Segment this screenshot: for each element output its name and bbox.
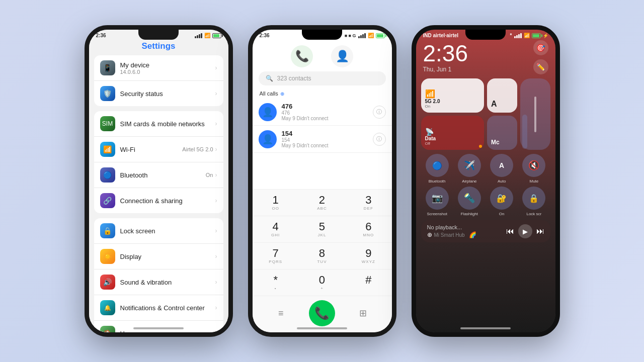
settings-item-sim[interactable]: SIM SIM cards & mobile networks › bbox=[94, 111, 223, 137]
cc-flashlight-btn[interactable]: 🔦 Flashlight bbox=[458, 187, 481, 216]
cc-edit-icon[interactable]: ✏️ bbox=[533, 59, 548, 74]
key-6[interactable]: 6MNO bbox=[345, 216, 391, 243]
cc-wifi-tile[interactable]: 📶 5G 2.0 On bbox=[421, 78, 485, 113]
cc-auto-brightness-tile[interactable]: A bbox=[487, 78, 517, 113]
key-5[interactable]: 5JKL bbox=[299, 216, 345, 243]
settings-item-notifications[interactable]: 🔔 Notifications & Control center › bbox=[94, 295, 223, 321]
settings-item-bluetooth[interactable]: 🔵 Bluetooth On › bbox=[94, 162, 223, 188]
settings-item-display[interactable]: ☀️ Display › bbox=[94, 244, 223, 269]
contacts-tab-icon[interactable]: 👤 bbox=[331, 45, 353, 67]
statusbar-right-3: * 📶 ⚡ bbox=[510, 33, 548, 38]
mydevice-icon: 📱 bbox=[100, 60, 115, 75]
settings-item-homescreen[interactable]: 🏠 Home screen › bbox=[94, 321, 223, 332]
cc-mc-tile[interactable]: Mc bbox=[487, 116, 517, 150]
key-star[interactable]: *• bbox=[253, 269, 299, 296]
calls-header-label: All calls bbox=[260, 90, 278, 97]
cc-prev-btn[interactable]: ⏮ bbox=[506, 227, 514, 236]
cc-mobile-data-tile[interactable]: 📡 Data Off bbox=[421, 116, 485, 150]
key-7[interactable]: 7PQRS bbox=[253, 243, 299, 269]
cc-mute-btn[interactable]: 🔇 Mute bbox=[522, 154, 545, 184]
key-8[interactable]: 8TUV bbox=[299, 243, 345, 269]
wifi-icon-3: 📶 bbox=[524, 33, 530, 38]
call-info-btn-476[interactable]: ⓘ bbox=[373, 106, 386, 119]
calls-filter-icon[interactable]: ⊕ bbox=[280, 91, 284, 97]
settings-item-security[interactable]: 🛡️ Security status › bbox=[94, 81, 223, 106]
chevron-icon: › bbox=[215, 330, 217, 332]
call-avatar-154: 👤 bbox=[259, 130, 277, 148]
contacts-search[interactable]: 🔍 323 contacts bbox=[259, 71, 386, 85]
cc-auto-btn[interactable]: A Auto bbox=[490, 154, 513, 184]
security-icon: 🛡️ bbox=[100, 86, 115, 101]
mydevice-version: 14.0.6.0 bbox=[120, 69, 213, 75]
cc-mute-label: Mute bbox=[529, 179, 538, 184]
chevron-icon: › bbox=[215, 146, 217, 153]
home-bar-3[interactable] bbox=[460, 327, 511, 329]
chevron-icon: › bbox=[215, 90, 217, 97]
settings-item-wifi[interactable]: 📶 Wi-Fi Airtel 5G 2.0 › bbox=[94, 137, 223, 162]
key-1[interactable]: 1OO bbox=[253, 190, 299, 216]
phone-tab-icon[interactable]: 📞 bbox=[291, 45, 313, 67]
call-avatar-476: 👤 bbox=[259, 103, 277, 121]
sound-label: Sound & vibration bbox=[120, 279, 215, 286]
chevron-icon: › bbox=[215, 64, 217, 71]
chevron-icon: › bbox=[215, 197, 217, 204]
statusbar-icons-2: ■ ■ G bbox=[345, 33, 356, 38]
chevron-icon: › bbox=[215, 279, 217, 286]
home-bar-2[interactable] bbox=[297, 327, 347, 329]
chevron-icon: › bbox=[215, 253, 217, 260]
settings-item-connection[interactable]: 🔗 Connection & sharing › bbox=[94, 188, 223, 213]
calls-header: All calls ⊕ bbox=[253, 88, 392, 99]
phone-dialer: 2:36 ■ ■ G 📶 📞 👤 bbox=[248, 25, 396, 337]
cc-dots-indicator bbox=[479, 145, 482, 148]
cc-screenshot-btn[interactable]: 📷 Screenshot bbox=[426, 187, 449, 216]
cc-orientation-btn[interactable]: 🔐 On bbox=[490, 187, 513, 216]
statusbar-time-2: 2:36 bbox=[260, 33, 270, 38]
lock-icon: 🔒 bbox=[100, 223, 115, 238]
key-2[interactable]: 2ABC bbox=[299, 190, 345, 216]
settings-item-sound[interactable]: 🔊 Sound & vibration › bbox=[94, 269, 223, 295]
key-4[interactable]: 4GHI bbox=[253, 216, 299, 243]
search-placeholder: 323 contacts bbox=[277, 75, 311, 82]
cc-play-btn[interactable]: ▶ bbox=[518, 224, 532, 238]
signal-icon-2 bbox=[358, 33, 366, 38]
call-item-476[interactable]: 👤 476 476 May 9 Didn't connect ⓘ bbox=[253, 99, 392, 126]
settings-item-mydevice[interactable]: 📱 My device 14.0.6.0 › bbox=[94, 55, 223, 81]
cc-bluetooth-btn[interactable]: 🔵 Bluetooth bbox=[426, 154, 449, 184]
call-item-154[interactable]: 👤 154 154 May 9 Didn't connect ⓘ bbox=[253, 126, 392, 153]
call-button[interactable]: 📞 bbox=[309, 300, 335, 326]
cc-volume-slider[interactable] bbox=[522, 115, 527, 149]
display-icon: ☀️ bbox=[100, 249, 115, 264]
mydevice-label: My device bbox=[120, 61, 215, 69]
key-9[interactable]: 9WXYZ bbox=[345, 243, 391, 269]
cc-lockscreen-label: Lock scr bbox=[526, 212, 541, 216]
dialer-screen: 2:36 ■ ■ G 📶 📞 👤 bbox=[253, 30, 392, 332]
notif-icon: 🔔 bbox=[100, 300, 115, 315]
battery-icon bbox=[212, 33, 221, 38]
cc-media-app-icon: ⊕ bbox=[427, 231, 432, 238]
charging-icon: ⚡ bbox=[543, 33, 548, 38]
cc-media-info: No playback... ⊕ Mi Smart Hub 🌈 bbox=[427, 224, 502, 238]
call-info-btn-154[interactable]: ⓘ bbox=[373, 133, 386, 146]
search-icon: 🔍 bbox=[266, 75, 273, 82]
key-0[interactable]: 0+ bbox=[299, 269, 345, 296]
notch-3 bbox=[465, 30, 506, 40]
battery-icon-2 bbox=[376, 33, 385, 38]
wifi-value: Airtel 5G 2.0 bbox=[182, 146, 213, 152]
home-label: Home screen bbox=[120, 330, 215, 333]
call-name-154: 154 bbox=[282, 130, 373, 137]
dialpad-grid-btn[interactable]: ⊞ bbox=[354, 304, 372, 322]
security-label: Security status bbox=[120, 90, 215, 98]
settings-item-lockscreen[interactable]: 🔒 Lock screen › bbox=[94, 218, 223, 244]
lock-label: Lock screen bbox=[120, 227, 215, 235]
home-bar-1[interactable] bbox=[133, 327, 184, 329]
key-3[interactable]: 3DEF bbox=[345, 190, 391, 216]
cc-lockscreen-btn[interactable]: 🔒 Lock scr bbox=[522, 187, 545, 216]
key-hash[interactable]: # bbox=[345, 269, 391, 296]
cc-buttons-row2: 📷 Screenshot 🔦 Flashlight 🔐 On 🔒 Lock sc… bbox=[416, 184, 555, 216]
battery-icon-3 bbox=[532, 33, 541, 38]
cc-media-bar: No playback... ⊕ Mi Smart Hub 🌈 ⏮ ▶ ⏭ bbox=[421, 220, 550, 242]
cc-camera-icon[interactable]: 🎯 bbox=[533, 40, 548, 55]
dialpad-extra-btn[interactable]: ≡ bbox=[272, 304, 290, 322]
cc-airplane-btn[interactable]: ✈️ Airplane bbox=[458, 154, 481, 184]
cc-next-btn[interactable]: ⏭ bbox=[536, 227, 544, 236]
